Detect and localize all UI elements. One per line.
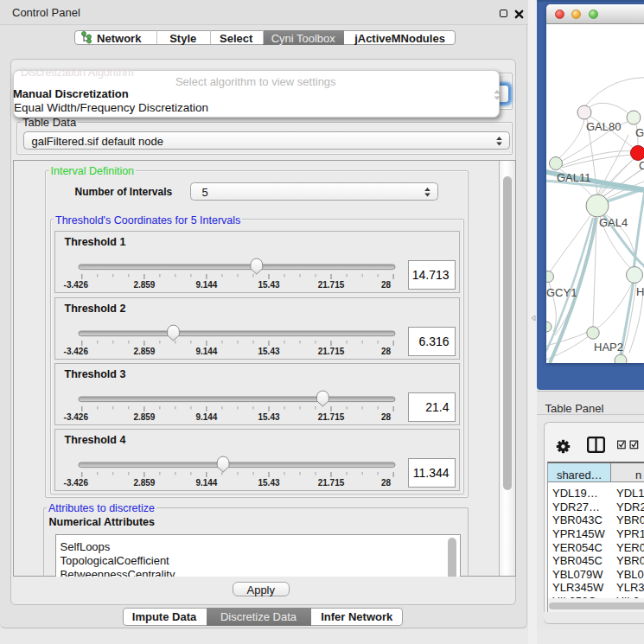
svg-text:15.43: 15.43	[258, 412, 279, 422]
svg-text:GA: GA	[635, 126, 644, 139]
svg-text:-3.426: -3.426	[63, 280, 88, 290]
svg-text:28: 28	[380, 478, 391, 488]
svg-text:2.859: 2.859	[133, 347, 155, 356]
svg-text:GAL4: GAL4	[599, 216, 628, 229]
svg-text:28: 28	[380, 280, 391, 290]
svg-text:21.715: 21.715	[317, 412, 344, 422]
svg-text:GAL11: GAL11	[557, 171, 591, 184]
svg-text:28: 28	[380, 347, 391, 356]
svg-text:2.859: 2.859	[133, 412, 155, 422]
svg-text:GCY1: GCY1	[546, 286, 577, 299]
svg-text:2.859: 2.859	[133, 478, 155, 488]
svg-text:21.715: 21.715	[317, 280, 344, 290]
svg-text:15.43: 15.43	[258, 478, 279, 488]
svg-text:9.144: 9.144	[195, 412, 217, 422]
svg-text:9.144: 9.144	[195, 478, 217, 488]
svg-text:28: 28	[380, 412, 391, 422]
svg-text:C: C	[639, 159, 644, 172]
svg-text:15.43: 15.43	[258, 347, 279, 356]
svg-text:21.715: 21.715	[317, 478, 344, 488]
svg-text:H: H	[636, 285, 644, 298]
svg-text:15.43: 15.43	[258, 280, 279, 290]
svg-text:9.144: 9.144	[195, 280, 217, 290]
svg-text:HAP2: HAP2	[594, 341, 623, 354]
svg-text:-3.426: -3.426	[63, 412, 88, 422]
svg-text:9.144: 9.144	[195, 347, 217, 356]
svg-text:2.859: 2.859	[133, 280, 155, 290]
svg-text:-3.426: -3.426	[63, 347, 88, 356]
svg-text:GAL80: GAL80	[586, 120, 621, 133]
svg-text:-3.426: -3.426	[63, 478, 88, 488]
svg-text:21.715: 21.715	[317, 347, 344, 356]
